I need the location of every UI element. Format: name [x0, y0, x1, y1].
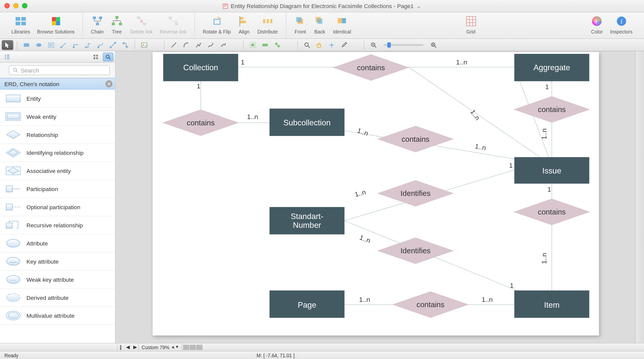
shape-associative-entity[interactable]: Associative entity	[0, 162, 115, 180]
title-bar: Entity Relationship Diagram for Electron…	[0, 0, 644, 12]
panel-view-grid[interactable]	[90, 52, 101, 61]
svg-rect-2	[21, 17, 26, 20]
view-mode-1[interactable]	[183, 345, 189, 350]
connector-tool-6[interactable]	[119, 40, 131, 50]
spline-tool[interactable]	[205, 40, 217, 50]
svg-rect-19	[214, 19, 220, 24]
zoom-combo[interactable]: Custom 79% ▲▼	[139, 343, 182, 351]
diagram-page[interactable]: Collection Aggregate Subcollection Issue…	[153, 52, 599, 336]
zoom-tool[interactable]	[301, 40, 313, 50]
library-search-input[interactable]: Search	[9, 65, 110, 75]
connector-tool-3[interactable]	[83, 40, 94, 50]
distribute-button[interactable]: Distribute	[254, 14, 281, 34]
polyline-tool[interactable]	[193, 40, 204, 50]
info-icon: i	[615, 15, 627, 27]
shape-identifying-relationship[interactable]: Identifying relationship	[0, 144, 115, 162]
rel-contains-collection-subcollection[interactable]: contains	[162, 110, 239, 136]
shape-participation[interactable]: Participation	[0, 180, 115, 198]
curve-tool[interactable]	[180, 40, 192, 50]
inspectors-button[interactable]: i Inspectors	[607, 14, 636, 34]
svg-point-64	[13, 68, 16, 71]
text-tool[interactable]	[46, 40, 57, 50]
select-tool[interactable]	[2, 40, 13, 50]
rel-contains-subcollection-issue[interactable]: contains	[377, 126, 454, 152]
entity-standart-number[interactable]: Standart-Number	[269, 207, 344, 234]
close-library-button[interactable]: ✕	[105, 80, 112, 87]
maximize-window-button[interactable]	[22, 3, 27, 8]
eyedropper-tool[interactable]	[338, 40, 350, 50]
connector-tool-4[interactable]	[95, 40, 106, 50]
main-toolbar: Libraries Browse Solutions Chain Tree De…	[0, 12, 644, 39]
freehand-tool[interactable]	[217, 40, 229, 50]
right-scrollbar[interactable]	[635, 51, 644, 343]
panel-view-search[interactable]	[103, 52, 113, 61]
rel-contains-issue-item[interactable]: contains	[513, 199, 590, 225]
svg-rect-5	[52, 17, 56, 21]
grid-button[interactable]: Grid	[461, 14, 480, 34]
shape-optional-participation[interactable]: Optional participation	[0, 198, 115, 216]
rel-identifies-standart-item[interactable]: Identifies	[377, 237, 454, 264]
document-title[interactable]: Entity Relationship Diagram for Electron…	[223, 3, 421, 9]
shape-relationship[interactable]: Relationship	[0, 126, 115, 144]
entity-issue[interactable]: Issue	[514, 157, 589, 184]
entity-collection[interactable]: Collection	[163, 54, 238, 81]
chain-button[interactable]: Chain	[88, 14, 107, 34]
tree-button[interactable]: Tree	[107, 14, 127, 34]
svg-text:1..n: 1..n	[356, 127, 369, 137]
zoom-out-button[interactable]	[368, 40, 379, 50]
shape-derived-attribute[interactable]: Derived attribute	[0, 289, 115, 307]
shape-multivalue-attribute[interactable]: Multivalue attribute	[0, 307, 115, 325]
connector-tool-2[interactable]	[70, 40, 82, 50]
rotate-flip-button[interactable]: Rotate & Flip	[199, 14, 234, 34]
group-tool-2[interactable]	[259, 40, 271, 50]
rel-identifies-standart-issue[interactable]: Identifies	[377, 180, 454, 206]
panel-view-outline[interactable]	[2, 52, 12, 61]
shape-key-attribute[interactable]: Key attribute	[0, 253, 115, 271]
zoom-in-button[interactable]	[428, 40, 439, 50]
svg-point-77	[8, 312, 19, 319]
view-mode-2[interactable]	[190, 345, 196, 350]
rel-contains-aggregate-issue[interactable]: contains	[513, 96, 590, 123]
canvas[interactable]: Collection Aggregate Subcollection Issue…	[115, 51, 644, 343]
rel-contains-page-item[interactable]: contains	[392, 291, 469, 318]
entity-aggregate[interactable]: Aggregate	[514, 54, 589, 81]
rel-contains-collection-aggregate[interactable]: contains	[333, 54, 409, 81]
group-tool-1[interactable]	[247, 40, 259, 50]
libraries-button[interactable]: Libraries	[8, 14, 34, 34]
view-mode-3[interactable]	[196, 345, 203, 350]
minimize-window-button[interactable]	[13, 3, 19, 8]
group-tool-3[interactable]	[272, 40, 283, 50]
connector-tool-1[interactable]	[58, 40, 69, 50]
entity-subcollection[interactable]: Subcollection	[269, 109, 344, 136]
align-button[interactable]: Align	[234, 14, 254, 34]
entity-item[interactable]: Item	[514, 291, 589, 318]
shape-recursive-relationship[interactable]: Recursive relationship	[0, 216, 115, 234]
entity-page[interactable]: Page	[269, 291, 344, 318]
svg-rect-14	[119, 22, 122, 25]
svg-rect-36	[24, 43, 29, 47]
grid-icon	[465, 15, 477, 27]
shape-entity[interactable]: Entity	[0, 90, 115, 108]
page-next[interactable]: ▶	[132, 344, 139, 350]
browse-solutions-button[interactable]: Browse Solutions	[34, 14, 78, 34]
rectangle-tool[interactable]	[21, 40, 32, 50]
ellipse-tool[interactable]	[33, 40, 45, 50]
shape-attribute[interactable]: Attribute	[0, 234, 115, 253]
identical-button[interactable]: Identical	[330, 14, 355, 34]
svg-rect-9	[93, 16, 96, 19]
point-tool[interactable]	[326, 40, 338, 50]
shape-weak-entity[interactable]: Weak entity	[0, 108, 115, 126]
connector-tool-5[interactable]	[107, 40, 119, 50]
page-pause[interactable]: ‖	[117, 344, 124, 350]
insert-image-tool[interactable]	[139, 40, 150, 50]
library-header[interactable]: ERD, Chen's notation ✕	[0, 78, 115, 90]
pan-tool[interactable]	[314, 40, 325, 50]
zoom-slider[interactable]	[384, 44, 423, 46]
color-button[interactable]: Color	[587, 14, 607, 34]
shape-weak-key-attribute[interactable]: Weak key attribute	[0, 271, 115, 289]
front-button[interactable]: Front	[291, 14, 310, 34]
page-prev[interactable]: ◀	[124, 344, 131, 350]
back-button[interactable]: Back	[310, 14, 329, 34]
close-window-button[interactable]	[5, 3, 10, 8]
line-tool[interactable]	[168, 40, 180, 50]
